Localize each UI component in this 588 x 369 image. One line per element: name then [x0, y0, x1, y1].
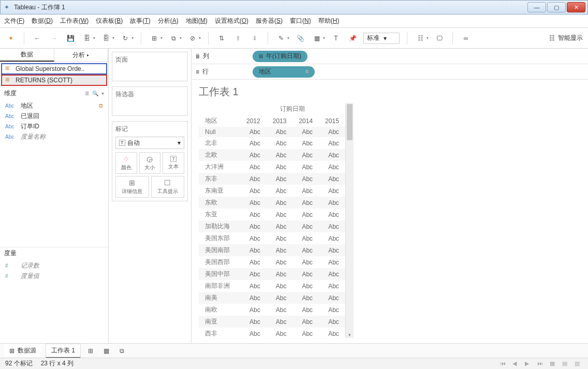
maximize-button[interactable]: ▢: [547, 2, 566, 12]
row-header[interactable]: 大洋洲: [199, 161, 240, 173]
marks-color-button[interactable]: ⁘颜色: [115, 152, 137, 174]
sort-desc-button[interactable]: ⬇: [249, 33, 260, 44]
tableau-logo-icon[interactable]: ✦: [5, 33, 17, 44]
cell[interactable]: Abc: [267, 185, 293, 197]
cell[interactable]: Abc: [319, 268, 345, 280]
search-icon[interactable]: 🔍: [92, 91, 98, 96]
cell[interactable]: Abc: [319, 256, 345, 268]
cell[interactable]: Abc: [267, 149, 293, 161]
cell[interactable]: Abc: [292, 209, 319, 220]
cell[interactable]: Abc: [267, 220, 293, 232]
dimension-field[interactable]: Abc已退回: [0, 111, 108, 121]
auto-update-button[interactable]: ↻▾: [120, 33, 134, 44]
duplicate-button[interactable]: ⧉▾: [168, 33, 182, 44]
cell[interactable]: Abc: [240, 127, 267, 137]
cell[interactable]: Abc: [240, 292, 267, 304]
row-header[interactable]: 美国西部: [199, 256, 240, 268]
cell[interactable]: Abc: [240, 244, 267, 256]
group-button[interactable]: 📎: [295, 33, 306, 44]
cell[interactable]: Abc: [292, 197, 319, 209]
row-header[interactable]: 北非: [199, 137, 240, 149]
cell[interactable]: Abc: [240, 149, 267, 161]
refresh-data-button[interactable]: 🗄▾: [100, 33, 114, 44]
menu-file[interactable]: 文件(F): [4, 17, 24, 25]
cell[interactable]: Abc: [240, 161, 267, 173]
cell[interactable]: Abc: [267, 209, 293, 220]
cell[interactable]: Abc: [292, 149, 319, 161]
cell[interactable]: Abc: [292, 185, 319, 197]
close-button[interactable]: ✕: [567, 2, 585, 12]
cell[interactable]: Abc: [267, 292, 293, 304]
highlight-button[interactable]: ✎▾: [275, 33, 289, 44]
menu-data[interactable]: 数据(D): [32, 17, 53, 25]
cell[interactable]: Abc: [292, 220, 319, 232]
totals-button[interactable]: ▦▾: [311, 33, 325, 44]
cell[interactable]: Abc: [292, 268, 319, 280]
new-worksheet-tab-button[interactable]: ⊞: [85, 345, 96, 357]
cell[interactable]: Abc: [267, 328, 293, 338]
show-cards-button[interactable]: ☷▾: [415, 33, 429, 44]
rows-shelf[interactable]: ≡行 地区 ⧉: [192, 64, 588, 80]
cell[interactable]: Abc: [319, 244, 345, 256]
worksheet-tab[interactable]: 工作表 1: [46, 344, 81, 358]
marks-type-selector[interactable]: T自动 ▾: [115, 137, 184, 149]
new-datasource-button[interactable]: 🗄▾: [81, 33, 95, 44]
cell[interactable]: Abc: [319, 220, 345, 232]
cell[interactable]: Abc: [240, 256, 267, 268]
cell[interactable]: Abc: [240, 328, 267, 338]
menu-dashboard[interactable]: 仪表板(B): [96, 17, 123, 25]
cell[interactable]: Abc: [319, 173, 345, 185]
cell[interactable]: Abc: [319, 127, 345, 137]
cell[interactable]: Abc: [267, 280, 293, 292]
cell[interactable]: Abc: [292, 244, 319, 256]
menu-map[interactable]: 地图(M): [186, 17, 208, 25]
cell[interactable]: Abc: [240, 232, 267, 244]
datasource-returns-scott[interactable]: ⊞ RETURNS (SCOTT): [1, 75, 107, 86]
row-header[interactable]: 西非: [199, 328, 240, 338]
marks-text-button[interactable]: T文本: [163, 152, 184, 174]
column-header[interactable]: 2012: [240, 115, 267, 127]
cell[interactable]: Abc: [267, 173, 293, 185]
cell[interactable]: Abc: [292, 316, 319, 328]
swap-button[interactable]: ⇅: [216, 33, 227, 44]
cell[interactable]: Abc: [267, 304, 293, 316]
new-worksheet-button[interactable]: ⊞▾: [149, 33, 163, 44]
menu-help[interactable]: 帮助(H): [318, 17, 340, 25]
cell[interactable]: Abc: [240, 316, 267, 328]
vertical-scrollbar[interactable]: ▴ ▾: [345, 103, 354, 338]
view3-button[interactable]: ▥: [575, 360, 583, 367]
cell[interactable]: Abc: [319, 316, 345, 328]
row-header[interactable]: 美国南部: [199, 244, 240, 256]
cell[interactable]: Abc: [292, 292, 319, 304]
cell[interactable]: Abc: [292, 328, 319, 338]
presentation-button[interactable]: 🖵: [434, 33, 445, 44]
pin-button[interactable]: 📌: [347, 33, 358, 44]
view2-button[interactable]: ▤: [562, 360, 570, 367]
row-header[interactable]: 东欧: [199, 197, 240, 209]
save-button[interactable]: 💾: [65, 33, 76, 44]
marks-size-button[interactable]: ◶大小: [139, 152, 161, 174]
dimension-field[interactable]: Abc订单ID: [0, 121, 108, 131]
menu-format[interactable]: 设置格式(O): [215, 17, 248, 25]
cell[interactable]: Abc: [319, 185, 345, 197]
column-header[interactable]: 2015: [319, 115, 345, 127]
cell[interactable]: Abc: [292, 173, 319, 185]
cell[interactable]: Abc: [267, 244, 293, 256]
clear-button[interactable]: ⊘▾: [187, 33, 201, 44]
pill-year-orderdate[interactable]: ⊞ 年(订购日期): [253, 51, 307, 62]
cell[interactable]: Abc: [240, 280, 267, 292]
marks-detail-button[interactable]: ⊞详细信息: [115, 176, 149, 198]
show-labels-button[interactable]: T: [330, 33, 342, 44]
cell[interactable]: Abc: [319, 328, 345, 338]
cell[interactable]: Abc: [292, 137, 319, 149]
cell[interactable]: Abc: [319, 280, 345, 292]
row-header[interactable]: Null: [199, 127, 240, 137]
row-header[interactable]: 南美: [199, 292, 240, 304]
row-header[interactable]: 加勒比海: [199, 220, 240, 232]
scroll-down-icon[interactable]: ▾: [346, 331, 354, 338]
columns-shelf[interactable]: ⅲ列 ⊞ 年(订购日期): [192, 49, 588, 64]
cell[interactable]: Abc: [240, 268, 267, 280]
cell[interactable]: Abc: [267, 268, 293, 280]
row-header[interactable]: 南部非洲: [199, 280, 240, 292]
redo-button[interactable]: →: [48, 33, 60, 44]
